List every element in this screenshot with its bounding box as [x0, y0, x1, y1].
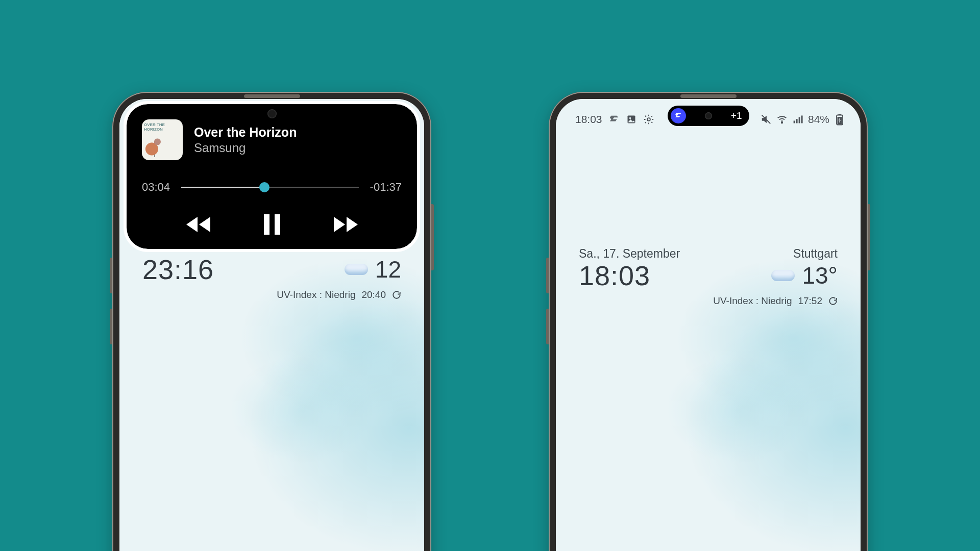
svg-rect-12 — [839, 114, 841, 115]
svg-point-3 — [629, 117, 630, 119]
track-title: Over the Horizon — [194, 125, 297, 140]
svg-rect-7 — [794, 121, 795, 123]
earpiece — [680, 94, 737, 98]
signal-icon — [792, 114, 803, 125]
status-time: 18:03 — [575, 113, 602, 126]
track-text: Over the Horizon Samsung — [194, 125, 297, 155]
widget-sub-row: UV-Index : Niedrig 17:52 — [579, 295, 838, 307]
stage: OVER THE HORIZON Over the Horizon Samsun… — [112, 0, 868, 551]
widget-temperature: 12 — [345, 256, 401, 283]
now-playing-header: OVER THE HORIZON Over the Horizon Samsun… — [142, 119, 402, 160]
now-playing-panel[interactable]: OVER THE HORIZON Over the Horizon Samsun… — [127, 104, 417, 249]
uv-index: UV-Index : Niedrig — [713, 295, 792, 307]
status-left: 18:03 — [575, 113, 654, 126]
progress-row: 03:04 -01:37 — [142, 181, 402, 194]
widget-main-row: 18:03 13° — [579, 260, 838, 291]
forward-button[interactable] — [333, 216, 359, 233]
widget-city: Stuttgart — [793, 247, 838, 261]
widget-sub-row: UV-Index : Niedrig 20:40 — [142, 289, 401, 300]
battery-percent: 84% — [808, 113, 829, 126]
progress-slider[interactable] — [181, 187, 359, 188]
track-artist: Samsung — [194, 141, 297, 155]
rewind-icon — [185, 216, 211, 233]
rewind-button[interactable] — [185, 216, 211, 233]
svg-point-6 — [781, 122, 782, 123]
widget-main-row: 23:16 12 — [142, 254, 401, 285]
screen-left: OVER THE HORIZON Over the Horizon Samsun… — [119, 99, 424, 551]
gear-icon — [643, 114, 654, 125]
camera-hole-icon — [267, 109, 277, 118]
pill-count: +1 — [731, 110, 742, 121]
home-widget-left[interactable]: 23:16 12 UV-Index : Niedrig 20:40 — [142, 255, 401, 300]
status-right: 84% — [761, 113, 845, 126]
svg-rect-9 — [799, 117, 800, 123]
camera-hole-icon — [705, 112, 712, 119]
album-art[interactable]: OVER THE HORIZON — [142, 119, 183, 160]
image-icon — [626, 114, 637, 125]
refresh-icon[interactable] — [392, 290, 401, 299]
widget-top-row: Sa., 17. September Stuttgart — [579, 247, 838, 261]
svg-rect-0 — [264, 214, 270, 235]
phone-left: OVER THE HORIZON Over the Horizon Samsun… — [112, 92, 431, 551]
time-elapsed: 03:04 — [142, 181, 170, 194]
widget-clock: 18:03 — [579, 260, 650, 291]
forward-icon — [333, 216, 359, 233]
wifi-icon — [776, 114, 788, 125]
pill-app-g-icon — [674, 111, 683, 120]
album-art-figure-icon — [144, 137, 166, 157]
time-remaining: -01:37 — [370, 181, 402, 194]
widget-temperature: 13° — [771, 262, 838, 289]
widget-clock: 23:16 — [142, 254, 214, 285]
island-pill[interactable]: +1 — [668, 106, 749, 126]
cloud-icon — [771, 270, 795, 281]
pill-app-badge — [671, 108, 686, 123]
svg-rect-8 — [796, 119, 798, 123]
pause-icon — [262, 214, 282, 235]
cloud-icon — [345, 264, 368, 275]
mute-icon — [761, 114, 772, 125]
svg-point-4 — [647, 118, 650, 121]
svg-rect-10 — [801, 116, 803, 123]
home-widget-right[interactable]: Sa., 17. September Stuttgart 18:03 13° U… — [579, 247, 838, 307]
app-g-icon — [608, 114, 620, 125]
svg-rect-1 — [275, 214, 280, 235]
widget-date: Sa., 17. September — [579, 247, 680, 261]
updated-time: 20:40 — [361, 289, 386, 300]
earpiece — [244, 94, 300, 98]
wallpaper — [556, 99, 861, 551]
refresh-icon[interactable] — [828, 296, 838, 306]
progress-thumb-icon[interactable] — [259, 182, 270, 192]
playback-controls — [142, 214, 402, 235]
progress-fill — [181, 187, 264, 188]
battery-icon — [834, 114, 845, 125]
phone-right: 18:03 — [549, 92, 868, 551]
uv-index: UV-Index : Niedrig — [277, 289, 355, 300]
pause-button[interactable] — [262, 214, 282, 235]
updated-time: 17:52 — [798, 295, 822, 307]
album-art-label: OVER THE HORIZON — [144, 122, 181, 132]
screen-right: 18:03 — [556, 99, 861, 551]
